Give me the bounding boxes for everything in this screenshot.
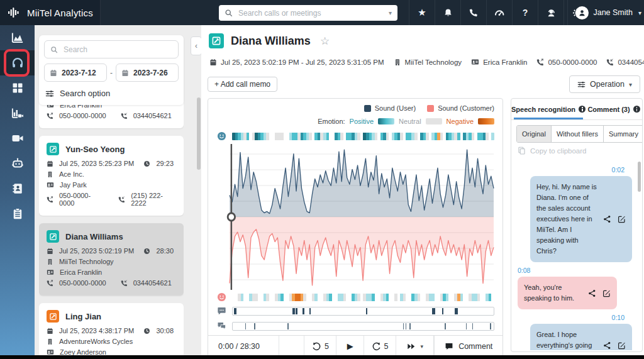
call-card-name: Diana Williams: [65, 232, 123, 241]
clipboard-icon: [11, 207, 24, 220]
timeline-mark[interactable]: [366, 308, 367, 314]
list-search-field[interactable]: [44, 40, 179, 58]
call-list-item[interactable]: Ling JianJul 25, 2023 4:38:17 PM30:08Adv…: [39, 303, 184, 355]
timeline-mark[interactable]: [445, 323, 446, 329]
phone-icon[interactable]: [460, 0, 486, 25]
timeline-mark[interactable]: [472, 323, 474, 329]
timeline-mark[interactable]: [403, 323, 404, 329]
topbar-icons: ★ ?: [409, 0, 589, 25]
date-to-field[interactable]: 2023-7-26: [116, 64, 179, 82]
call-list-item[interactable]: Diana WilliamsJul 25, 2023 5:02:19 PM28:…: [39, 223, 184, 295]
rewind-icon: [312, 341, 321, 351]
robot-icon: [11, 157, 24, 170]
timeline-mark[interactable]: [309, 308, 311, 314]
forward-5-button[interactable]: 5: [364, 336, 396, 356]
transcript-scrollbar[interactable]: [638, 162, 641, 192]
timeline-mark[interactable]: [303, 308, 304, 314]
comment-marks-bar[interactable]: [232, 322, 494, 331]
timeline-mark[interactable]: [466, 323, 467, 329]
sidebar-item-robot[interactable]: [0, 151, 35, 176]
sidebar-item-grid[interactable]: [0, 75, 35, 101]
timeline-mark[interactable]: [432, 308, 435, 314]
waveform-chart[interactable]: [230, 144, 494, 290]
tab-speech-recognition[interactable]: Speech recognition: [511, 99, 586, 119]
favorite-star-icon[interactable]: ☆: [320, 35, 330, 48]
user-menu[interactable]: Jane Smith ▾: [567, 0, 644, 25]
global-search[interactable]: ▾: [219, 5, 397, 21]
user-emotion-row: [216, 131, 494, 141]
rewind-5-button[interactable]: 5: [304, 336, 336, 356]
notifications-bell-icon[interactable]: [435, 0, 460, 25]
search-option-button[interactable]: Search option: [45, 89, 177, 98]
customer-emotion-strip[interactable]: [232, 294, 494, 301]
add-call-memo-button[interactable]: + Add call memo: [208, 77, 277, 92]
sidebar-item-video[interactable]: [0, 126, 35, 151]
dashboard-gauge-icon[interactable]: [486, 0, 512, 25]
timeline-mark[interactable]: [254, 323, 255, 329]
help-icon[interactable]: ?: [512, 0, 538, 25]
subtab-original[interactable]: Original: [517, 126, 552, 142]
play-icon: ▶: [347, 341, 353, 351]
search-option-label: Search option: [60, 89, 110, 98]
list-scrollbar[interactable]: [197, 97, 201, 170]
collapse-panel-button[interactable]: ‹: [191, 36, 201, 55]
tab-comment[interactable]: Comment (3): [586, 99, 642, 119]
copy-to-clipboard-button[interactable]: Copy to clipboard: [518, 146, 636, 155]
operation-button[interactable]: Operation ▾: [569, 75, 640, 93]
timeline-mark[interactable]: [442, 308, 443, 314]
timeline-mark[interactable]: [296, 308, 297, 314]
contacts-icon: [11, 182, 24, 195]
call-card-phones-row: 050-0000-0000(215) 222-2222: [47, 192, 176, 207]
info-icon[interactable]: [579, 106, 586, 113]
share-icon[interactable]: [603, 215, 611, 223]
playback-speed-button[interactable]: ▾: [396, 336, 434, 356]
transcript-bubble-user[interactable]: Hey, hi. My name is Diana. I'm one of th…: [530, 176, 632, 262]
call-card-contact: Zoey Anderson: [60, 348, 106, 355]
emotion-negative-label: Negative: [447, 118, 474, 125]
timeline-mark[interactable]: [234, 308, 236, 314]
call-type-icon: [209, 33, 224, 48]
pencil-square-icon: [49, 145, 57, 153]
sidebar-item-chart-area[interactable]: [0, 25, 35, 50]
sidebar-item-chart-video[interactable]: [0, 101, 35, 126]
favorites-star-icon[interactable]: ★: [409, 0, 435, 25]
call-card-company-row: MiiTel Technology: [47, 258, 176, 265]
clock-icon: [143, 248, 150, 255]
edit-icon[interactable]: [618, 215, 626, 223]
timeline-mark[interactable]: [490, 323, 491, 329]
play-button[interactable]: ▶: [336, 336, 364, 356]
timeline-mark[interactable]: [406, 323, 407, 329]
list-search-input[interactable]: [62, 45, 172, 55]
global-search-input[interactable]: [237, 8, 384, 18]
transcript-bubble-user[interactable]: Great. I hope everything's going well on…: [530, 324, 632, 350]
sidebar-item-contacts[interactable]: [0, 176, 35, 201]
comment-button[interactable]: Comment: [435, 336, 502, 356]
call-card-datetime-row: Jul 25, 2023 5:02:19 PM28:30: [47, 247, 176, 255]
playhead-handle[interactable]: [228, 213, 235, 221]
subtab-summary[interactable]: Summary: [604, 126, 643, 142]
info-icon[interactable]: [633, 106, 640, 113]
share-icon[interactable]: [588, 289, 596, 297]
phone-incoming-icon: [121, 280, 128, 287]
user-emotion-strip[interactable]: [232, 133, 494, 140]
timeline-mark[interactable]: [292, 308, 295, 314]
sidebar-item-clipboard[interactable]: [0, 201, 35, 226]
timeline-mark[interactable]: [245, 323, 247, 329]
brand[interactable]: MiiTel Analytics: [0, 0, 101, 25]
search-dropdown-caret-icon[interactable]: ▾: [389, 9, 392, 16]
phone-number: 050-0000-0000: [59, 192, 104, 207]
edit-icon[interactable]: [618, 341, 626, 350]
sidebar-item-headphones[interactable]: [0, 50, 35, 75]
call-list-item[interactable]: Yun-Seo YeongJul 25, 2023 5:25:23 PM29:2…: [39, 136, 184, 216]
share-icon[interactable]: [603, 341, 611, 350]
edit-icon[interactable]: [602, 289, 611, 297]
call-card-phone-user: 050-0000-0000: [47, 279, 106, 287]
timeline-mark[interactable]: [287, 323, 289, 329]
timeline-mark[interactable]: [455, 308, 458, 314]
support-agent-icon[interactable]: [538, 0, 564, 25]
timeline-mark[interactable]: [409, 323, 411, 329]
transcript-bubble-customer[interactable]: Yeah, you're speaking to him.: [518, 277, 617, 309]
date-from-field[interactable]: 2023-7-12: [44, 64, 107, 82]
speech-marks-bar[interactable]: [232, 307, 494, 316]
subtab-without-fillers[interactable]: Without fillers: [552, 126, 604, 142]
